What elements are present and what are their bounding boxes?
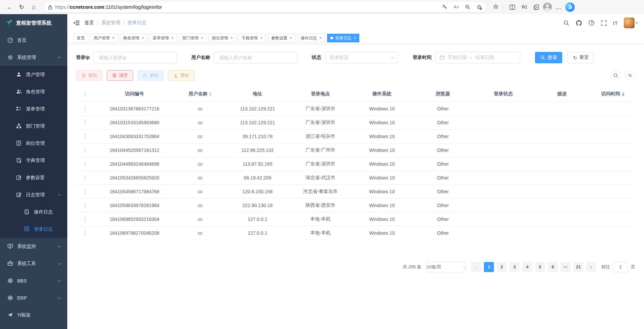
- col-time[interactable]: 访问时间: [591, 86, 635, 102]
- date-range-picker[interactable]: 开始日期 - 结束日期: [435, 52, 520, 63]
- sidebar-item-login-log[interactable]: 登录日志: [0, 221, 67, 238]
- read-aloud-icon[interactable]: A: [451, 2, 461, 12]
- close-icon[interactable]: ×: [260, 36, 262, 40]
- table-row[interactable]: 1641043063331753984 cc 39.171.210.78 浙江省…: [76, 129, 635, 143]
- avatar[interactable]: [624, 18, 635, 28]
- tab-post-mgmt[interactable]: 岗位管理×: [209, 34, 236, 42]
- close-icon[interactable]: ×: [319, 36, 322, 40]
- show-search-toggle-button[interactable]: [611, 70, 621, 80]
- row-checkbox[interactable]: [85, 216, 85, 222]
- sidebar-item-roles[interactable]: 角色管理: [0, 83, 67, 100]
- login-ip-field[interactable]: [98, 55, 173, 61]
- close-icon[interactable]: ×: [201, 36, 203, 40]
- help-icon[interactable]: ?: [588, 20, 595, 26]
- tab-dept-mgmt[interactable]: 部门管理×: [179, 34, 207, 42]
- sidebar-item-menus[interactable]: 菜单管理: [0, 100, 67, 118]
- user-avatar[interactable]: [624, 18, 638, 28]
- table-row[interactable]: 1641044520567181312 cc 112.96.225.132 广东…: [76, 143, 635, 157]
- row-checkbox[interactable]: [85, 147, 85, 153]
- page-button-4[interactable]: 4: [522, 262, 532, 272]
- github-icon[interactable]: [576, 20, 582, 26]
- menu-fold-icon[interactable]: [73, 20, 80, 26]
- tab-operation-log[interactable]: 操作日志×: [297, 34, 325, 42]
- table-row[interactable]: 1641069798270046208 cc 127.0.0.1 本地-本机 W…: [76, 226, 635, 240]
- page-button-2[interactable]: 2: [497, 262, 507, 272]
- refresh-table-button[interactable]: ↻: [625, 70, 635, 80]
- row-checkbox[interactable]: [85, 120, 85, 126]
- select-all-checkbox[interactable]: [85, 91, 85, 97]
- tab-login-log[interactable]: 登录日志×: [327, 34, 359, 42]
- browser-shapes-icon[interactable]: [490, 2, 501, 12]
- tab-param-settings[interactable]: 参数设置×: [268, 34, 295, 42]
- font-size-icon[interactable]: tT: [613, 20, 618, 26]
- tab-home[interactable]: 首页: [73, 34, 88, 42]
- row-checkbox[interactable]: [85, 175, 85, 181]
- split-screen-icon[interactable]: [507, 2, 517, 12]
- table-row[interactable]: 1641054566717984768 cc 120.6.150.158 河北省…: [76, 185, 635, 198]
- row-checkbox[interactable]: [85, 189, 85, 195]
- prev-page-button[interactable]: ‹: [471, 262, 481, 272]
- sidebar-item-users[interactable]: 用户管理: [0, 66, 67, 83]
- password-key-icon[interactable]: [440, 2, 450, 12]
- table-row[interactable]: 1641031367863177216 cc 113.102.129.221 广…: [76, 102, 635, 116]
- next-page-button[interactable]: ›: [586, 262, 596, 272]
- page-size-select[interactable]: 10条/页: [426, 262, 466, 272]
- tab-menu-mgmt[interactable]: 菜单管理×: [149, 34, 177, 42]
- favorites-icon[interactable]: [519, 2, 530, 12]
- login-ip-input[interactable]: [94, 52, 177, 63]
- page-button-5[interactable]: 5: [535, 262, 545, 272]
- close-icon[interactable]: ×: [230, 36, 233, 40]
- sidebar-item-bbs[interactable]: BBS: [0, 272, 67, 289]
- row-checkbox[interactable]: [85, 106, 85, 112]
- clear-button[interactable]: 清空: [107, 70, 133, 81]
- browser-home-icon[interactable]: ⌂: [28, 2, 39, 12]
- goto-page-input[interactable]: [613, 262, 628, 272]
- search-button[interactable]: 搜索: [535, 52, 562, 63]
- table-row[interactable]: 1641053426655825920 cc 58.19.42.209 湖北省-…: [76, 171, 635, 185]
- close-icon[interactable]: ×: [171, 36, 174, 40]
- reset-button[interactable]: ↻ 重置: [568, 52, 594, 63]
- sidebar-item-logs[interactable]: 日志管理: [0, 186, 67, 203]
- status-select[interactable]: 登录状态: [325, 52, 398, 63]
- row-checkbox[interactable]: [85, 202, 85, 208]
- table-row[interactable]: 1641059633978281984 cc 222.90.130.18 陕西省…: [76, 198, 635, 212]
- sidebar-item-parameters[interactable]: 参数设置: [0, 169, 67, 186]
- unlock-button[interactable]: 解锁: [137, 70, 164, 81]
- col-user-name[interactable]: 用户名称: [175, 86, 225, 102]
- close-icon[interactable]: ×: [142, 36, 144, 40]
- favorite-add-icon[interactable]: [474, 2, 484, 12]
- sidebar-item-posts[interactable]: 岗位管理: [0, 135, 67, 152]
- collections-icon[interactable]: [531, 2, 542, 12]
- bing-chat-icon[interactable]: b: [565, 2, 575, 12]
- sort-icon[interactable]: [622, 92, 624, 96]
- browser-refresh-icon[interactable]: ↻: [16, 2, 27, 12]
- sidebar-item-monitoring[interactable]: 系统监控: [0, 238, 67, 255]
- page-button-6[interactable]: 6: [548, 262, 558, 272]
- row-checkbox[interactable]: [85, 161, 85, 167]
- sidebar-item-erp[interactable]: ERP: [0, 289, 67, 306]
- export-button[interactable]: 导出: [168, 70, 194, 81]
- page-button-3[interactable]: 3: [509, 262, 520, 272]
- header-search-icon[interactable]: [563, 20, 570, 26]
- page-button-21[interactable]: 21: [573, 262, 583, 272]
- more-pages-button[interactable]: •••: [561, 262, 571, 272]
- user-name-input[interactable]: [214, 52, 297, 63]
- close-icon[interactable]: ×: [112, 36, 114, 40]
- delete-button[interactable]: 删除: [76, 70, 103, 81]
- sort-icon[interactable]: [209, 92, 212, 96]
- sidebar-item-departments[interactable]: 部门管理: [0, 118, 67, 135]
- zoom-out-icon[interactable]: [463, 2, 473, 12]
- browser-back-icon[interactable]: ←: [4, 2, 15, 12]
- close-icon[interactable]: ×: [290, 36, 292, 40]
- row-checkbox[interactable]: [85, 133, 85, 139]
- row-checkbox[interactable]: [85, 230, 85, 236]
- sidebar-item-dictionary[interactable]: 字典管理: [0, 152, 67, 169]
- tab-role-mgmt[interactable]: 角色管理×: [120, 34, 147, 42]
- fullscreen-icon[interactable]: [601, 20, 607, 26]
- close-icon[interactable]: ×: [354, 36, 356, 40]
- page-button-1[interactable]: 1: [484, 262, 494, 272]
- sidebar-item-home[interactable]: 首页: [0, 32, 67, 49]
- user-name-field[interactable]: [218, 55, 293, 61]
- sidebar-item-tools[interactable]: 系统工具: [0, 255, 67, 272]
- browser-profile-avatar[interactable]: [543, 3, 552, 11]
